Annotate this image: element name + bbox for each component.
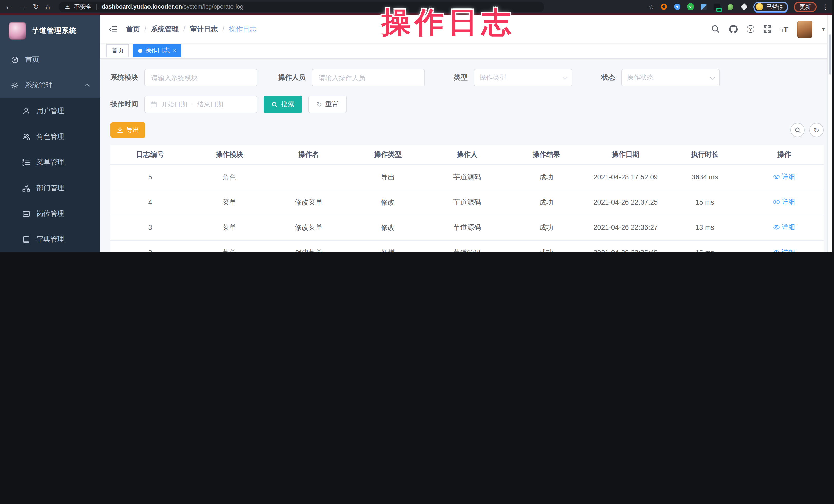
module-label: 系统模块 (110, 73, 138, 82)
view-tag[interactable]: 首页 (106, 44, 129, 57)
table-header-cell: 操作模块 (190, 145, 269, 165)
fullscreen-icon[interactable] (763, 25, 772, 34)
chevron-down-icon (563, 74, 568, 80)
cell-date: 2021-04-28 17:52:09 (586, 165, 665, 190)
sidebar-item-label: 用户管理 (37, 106, 64, 116)
table-row: 2 菜单 创建菜单 新增 芋道源码 成功 2021-04-26 22:35:45… (110, 240, 824, 252)
search-icon[interactable] (711, 25, 720, 34)
extension-orange-ring-icon[interactable] (660, 3, 667, 10)
sidebar-item[interactable]: 部门管理 (0, 175, 100, 201)
cell-module: 菜单 (190, 190, 269, 215)
sidebar-item-label: 系统管理 (25, 81, 53, 90)
extension-gem-icon[interactable] (700, 3, 708, 10)
cell-module: 角色 (190, 165, 269, 190)
app-logo (9, 22, 26, 40)
sidebar: 芋道管理系统 首页 系统管理 用户管理 (0, 15, 100, 252)
extension-puzzle-icon[interactable] (740, 3, 748, 10)
filter-row-2: 操作时间 开始日期 - 结束日期 搜索 ↻ 重置 (110, 95, 824, 113)
breadcrumb-item[interactable]: 审计日志 (190, 24, 218, 34)
url-path: /system/log/operate-log (182, 4, 243, 10)
refresh-icon: ↻ (814, 126, 819, 134)
page-scrollbar[interactable] (827, 15, 832, 252)
reset-button[interactable]: ↻ 重置 (308, 95, 347, 113)
dashboard-icon (10, 55, 19, 64)
browser-back-icon[interactable]: ← (5, 3, 12, 10)
table-header-cell: 操作日期 (586, 145, 665, 165)
breadcrumb-separator: / (183, 25, 185, 33)
insecure-label[interactable]: 不安全 (74, 3, 92, 10)
detail-link[interactable]: 详细 (773, 248, 795, 252)
status-select[interactable]: 操作状态 (621, 69, 720, 86)
status-label: 状态 (601, 73, 615, 82)
sidebar-item[interactable]: 岗位管理 (0, 201, 100, 227)
cell-operation-name (269, 165, 348, 190)
table-row: 5 角色 导出 芋道源码 成功 2021-04-28 17:52:09 3634… (110, 165, 824, 190)
table-header-cell: 执行时长 (665, 145, 744, 165)
table-header-row: 日志编号操作模块操作名操作类型操作人操作结果操作日期执行时长操作 (110, 145, 824, 165)
scrollbar-thumb[interactable] (829, 35, 831, 74)
sidebar-item-label: 菜单管理 (37, 158, 64, 167)
sidebar-item-label: 部门管理 (37, 183, 64, 193)
profile-paused-badge[interactable]: 已暂停 (753, 1, 788, 12)
bookmark-star-icon[interactable]: ☆ (648, 3, 654, 10)
breadcrumb-item[interactable]: 系统管理 (151, 24, 179, 34)
extension-green-v-icon[interactable]: v (686, 3, 694, 10)
detail-link[interactable]: 详细 (773, 223, 795, 232)
avatar-caret-down-icon[interactable]: ▼ (821, 26, 826, 31)
browser-forward-icon[interactable]: → (19, 3, 26, 10)
extension-on-badge: on (716, 7, 722, 12)
close-icon[interactable]: × (173, 48, 176, 53)
eye-icon (773, 249, 780, 252)
toggle-search-button[interactable] (790, 123, 805, 137)
detail-link[interactable]: 详细 (773, 197, 795, 206)
sidebar-collapse-icon[interactable] (108, 25, 118, 33)
url-text[interactable]: dashboard.yudao.iocoder.cn/system/log/op… (102, 4, 243, 10)
sidebar-logo-row[interactable]: 芋道管理系统 (0, 15, 100, 47)
sidebar-item[interactable]: 首页 (0, 47, 100, 72)
table-header-cell: 操作名 (269, 145, 348, 165)
user-avatar[interactable] (797, 20, 812, 38)
sidebar-item[interactable]: 用户管理 (0, 98, 100, 124)
export-button[interactable]: 导出 (110, 122, 146, 138)
eye-icon (773, 224, 780, 231)
view-tag-label: 操作日志 (145, 46, 170, 55)
breadcrumb-item[interactable]: 操作日志 (229, 24, 257, 34)
browser-reload-icon[interactable]: ↻ (33, 3, 39, 10)
extension-leaf-icon[interactable] (727, 3, 734, 10)
help-icon[interactable]: ? (747, 25, 754, 33)
sidebar-item-label: 首页 (25, 55, 39, 64)
cell-operator: 芋道源码 (427, 240, 507, 252)
extension-stack-icon[interactable]: on (713, 3, 721, 10)
table-row: 3 菜单 修改菜单 修改 芋道源码 成功 2021-04-26 22:36:27… (110, 215, 824, 240)
sidebar-item[interactable]: 菜单管理 (0, 150, 100, 175)
sidebar-item[interactable]: 角色管理 (0, 124, 100, 150)
extension-blue-pin-icon[interactable] (673, 3, 681, 10)
detail-link[interactable]: 详细 (773, 172, 795, 181)
github-icon[interactable] (729, 24, 738, 34)
breadcrumb: 首页/系统管理/审计日志/操作日志/ (126, 24, 257, 34)
cell-module: 菜单 (190, 240, 269, 252)
sidebar-item[interactable]: 字典管理 (0, 227, 100, 252)
breadcrumb-item[interactable]: 首页 (126, 24, 140, 34)
browser-menu-dots-icon[interactable]: ⋮ (822, 3, 829, 10)
breadcrumb-separator: / (222, 25, 224, 33)
sidebar-menu: 首页 系统管理 用户管理 角色管理 (0, 47, 100, 252)
cell-module: 菜单 (190, 215, 269, 240)
font-size-icon[interactable]: TT (781, 25, 788, 33)
browser-update-button[interactable]: 更新 (794, 1, 816, 12)
type-select[interactable]: 操作类型 (474, 69, 572, 86)
search-button[interactable]: 搜索 (264, 95, 302, 113)
eye-icon (773, 198, 780, 205)
time-label: 操作时间 (110, 100, 138, 109)
sidebar-item[interactable]: 系统管理 (0, 72, 100, 98)
cell-duration: 3634 ms (665, 165, 744, 190)
browser-home-icon[interactable]: ⌂ (45, 3, 50, 10)
date-range-picker[interactable]: 开始日期 - 结束日期 (145, 95, 258, 113)
refresh-table-button[interactable]: ↻ (809, 123, 824, 137)
cell-duration: 15 ms (665, 190, 744, 215)
module-input[interactable] (145, 69, 258, 86)
view-tag[interactable]: 操作日志 × (133, 44, 182, 57)
operator-input[interactable] (312, 69, 425, 86)
users-icon (22, 132, 30, 141)
chevron-icon (85, 84, 90, 89)
